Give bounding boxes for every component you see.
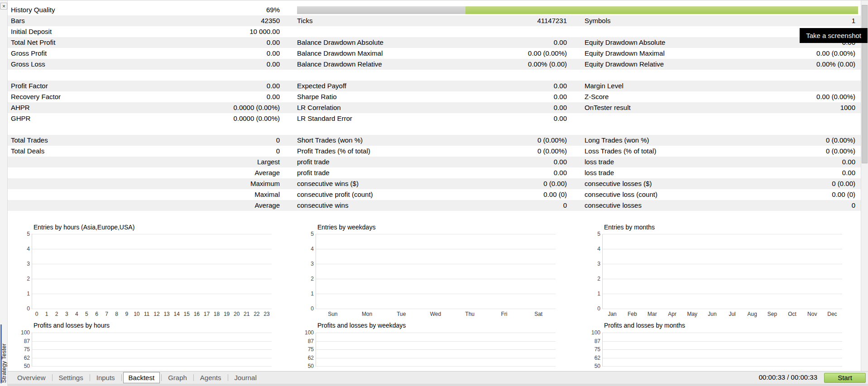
chart-gridline — [32, 249, 272, 249]
chart-plot-area: 543210 — [602, 234, 842, 309]
chart-gridline — [32, 264, 272, 264]
stat-value: 41147231 — [537, 15, 567, 26]
chart-xtick-label: Oct — [782, 310, 802, 318]
chart-xtick-label: 17 — [201, 310, 211, 318]
chart-title: Profits and losses by months — [604, 322, 685, 329]
stat-value: 0 (0.00) — [543, 178, 567, 189]
chart-gridline — [316, 294, 556, 294]
chart-xtick-label: Jan — [602, 310, 622, 318]
start-button[interactable]: Start — [824, 373, 866, 383]
chart-xtick-label: 14 — [172, 310, 182, 318]
chart-xtick-label: Jul — [722, 310, 742, 318]
chart-ytick-label: 50 — [296, 362, 314, 370]
chart-gridline — [316, 234, 556, 234]
elapsed-time-label: 00:00:33 / 00:00:33 — [759, 372, 817, 383]
stat-label: Long Trades (won %) — [585, 135, 649, 146]
stat-value: 0.00% (0.00) — [528, 59, 567, 70]
stat-label: Gross Profit — [11, 48, 47, 59]
chart-ytick-label: 75 — [12, 346, 30, 353]
stat-label: Initial Deposit — [11, 26, 52, 37]
chart-xtick-label: 6 — [92, 310, 102, 318]
chart-xtick-label: 4 — [72, 310, 82, 318]
stat-label: Total Deals — [11, 146, 44, 157]
chart-ytick-label: 2 — [582, 275, 600, 282]
stat-value: 0.00 — [554, 157, 567, 167]
stats-row: Total Trades0Short Trades (won %)0 (0.00… — [8, 135, 861, 146]
chart-xtick-label: 12 — [152, 310, 162, 318]
chart-gridline — [32, 234, 272, 234]
chart-ytick-label: 100 — [582, 329, 600, 336]
tab-agents[interactable]: Agents — [195, 372, 226, 383]
stat-label: AHPR — [11, 102, 30, 113]
close-icon[interactable]: × — [0, 3, 7, 10]
tab-overview[interactable]: Overview — [12, 372, 51, 383]
stat-value: Average — [254, 200, 280, 211]
stat-label: profit trade — [297, 167, 330, 178]
stats-row: AHPR0.0000 (0.00%)LR Correlation0.00OnTe… — [8, 102, 861, 113]
stat-value: Maximum — [250, 178, 280, 189]
chart-xtick-label: 10 — [132, 310, 142, 318]
stat-label: Balance Drawdown Absolute — [297, 37, 384, 48]
stats-row: Averageprofit trade0.00loss trade0.00 — [8, 167, 861, 178]
chart-gridline — [603, 366, 842, 367]
chart-xtick-label: Sun — [316, 310, 350, 318]
chart-xtick-label: Sat — [521, 310, 556, 318]
chart-gridline — [603, 309, 842, 309]
stat-label: Balance Drawdown Maximal — [297, 48, 383, 59]
screenshot-tooltip: Take a screenshot — [800, 28, 868, 43]
chart-gridline — [603, 349, 842, 350]
chart-xtick-label: 2 — [52, 310, 62, 318]
chart-xtick-label: 3 — [62, 310, 72, 318]
stat-value: 0.00 — [267, 48, 280, 59]
chart-ytick-label: 5 — [12, 230, 30, 238]
chart-ytick-label: 75 — [582, 346, 600, 353]
tab-journal[interactable]: Journal — [230, 372, 262, 383]
chart-xtick-label: Feb — [622, 310, 642, 318]
chart-ytick-label: 5 — [296, 230, 314, 238]
stat-label: consecutive losses ($) — [585, 178, 652, 189]
chart-gridline — [603, 294, 842, 294]
chart-xtick-label: 15 — [182, 310, 192, 318]
stats-row: Total Net Profit0.00Balance Drawdown Abs… — [8, 37, 861, 48]
stat-label: Loss Trades (% of total) — [585, 146, 656, 157]
tab-inputs[interactable]: Inputs — [91, 372, 120, 383]
chart-xtick-label: Thu — [453, 310, 487, 318]
stat-value: Largest — [257, 157, 280, 167]
stat-value: 0 — [852, 200, 855, 211]
chart-title: Entries by hours (Asia,Europe,USA) — [34, 224, 134, 231]
chart-ytick-label: 4 — [296, 245, 314, 253]
chart-gridline — [603, 249, 842, 249]
chart-xtick-label: 20 — [232, 310, 242, 318]
stat-label: consecutive profit (count) — [297, 189, 373, 200]
chart-gridline — [32, 349, 272, 350]
stat-value: 0.00 (0) — [832, 189, 855, 200]
stats-row: GHPR0.0000 (0.00%)LR Standard Error0.00 — [8, 113, 861, 124]
stat-value: 0 — [276, 146, 280, 157]
chart-gridline — [603, 333, 842, 333]
chart-gridline — [316, 309, 556, 309]
stat-label: OnTester result — [585, 102, 631, 113]
stat-label: loss trade — [585, 167, 614, 178]
stat-label: Equity Drawdown Absolute — [585, 37, 665, 48]
tab-graph[interactable]: Graph — [163, 372, 192, 383]
stat-label: profit trade — [297, 157, 330, 167]
chart-ytick-label: 100 — [296, 329, 314, 336]
stat-label: Margin Level — [585, 81, 623, 91]
tab-settings[interactable]: Settings — [54, 372, 88, 383]
history-quality-progressbar — [297, 6, 858, 14]
stat-value: 0 — [276, 135, 280, 146]
stats-row — [8, 70, 861, 81]
chart-ytick-label: 87 — [296, 338, 314, 345]
stat-value: 0.00 — [267, 37, 280, 48]
progress-green-segment — [465, 6, 858, 14]
backtest-report-content: History Quality69%Bars42350Ticks41147231… — [8, 0, 861, 371]
stat-label: Profit Trades (% of total) — [297, 146, 370, 157]
stats-row: Initial Deposit10 000.00 — [8, 26, 861, 37]
vertical-scrollbar[interactable] — [861, 0, 868, 371]
chart-gridline — [603, 234, 842, 234]
chart-gridline — [603, 279, 842, 279]
stat-value: 0.00 — [554, 113, 567, 124]
chart-xtick-label: 7 — [102, 310, 112, 318]
tab-backtest[interactable]: Backtest — [123, 372, 160, 383]
chart-gridline — [316, 349, 556, 350]
